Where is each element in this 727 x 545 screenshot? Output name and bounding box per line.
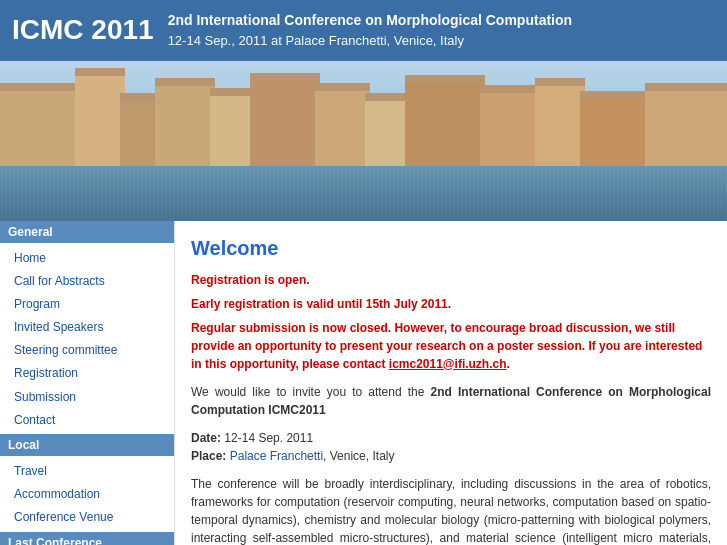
- date-place-block: Date: 12-14 Sep. 2011 Place: Palace Fran…: [191, 429, 711, 465]
- sidebar-item-registration[interactable]: Registration: [0, 362, 174, 385]
- sidebar-section-last-conference-header: Last Conference: [0, 532, 174, 545]
- sidebar-item-home[interactable]: Home: [0, 247, 174, 270]
- notice-registration-open: Registration is open.: [191, 271, 711, 289]
- sidebar-item-steering-committee[interactable]: Steering committee: [0, 339, 174, 362]
- sidebar-item-invited-speakers[interactable]: Invited Speakers: [0, 316, 174, 339]
- conference-main-title: 2nd International Conference on Morpholo…: [168, 10, 572, 31]
- hero-image: [0, 61, 727, 221]
- welcome-heading: Welcome: [191, 233, 711, 263]
- date-value-text: 12-14 Sep. 2011: [224, 431, 313, 445]
- sidebar-item-travel[interactable]: Travel: [0, 460, 174, 483]
- palace-franchetti-link[interactable]: Palace Franchetti: [230, 449, 323, 463]
- sidebar-section-local-header: Local: [0, 434, 174, 456]
- page-header: ICMC 2011 2nd International Conference o…: [0, 0, 727, 61]
- sidebar-item-accommodation[interactable]: Accommodation: [0, 483, 174, 506]
- sidebar-section-local: Local Travel Accommodation Conference Ve…: [0, 434, 174, 530]
- conference-description: The conference will be broadly interdisc…: [191, 475, 711, 546]
- conference-logo: ICMC 2011: [12, 14, 154, 46]
- sidebar-item-program[interactable]: Program: [0, 293, 174, 316]
- sidebar: General Home Call for Abstracts Program …: [0, 221, 175, 546]
- date-label: Date:: [191, 431, 221, 445]
- intro-paragraph: We would like to invite you to attend th…: [191, 383, 711, 419]
- main-content: Welcome Registration is open. Early regi…: [175, 221, 727, 546]
- notice-submission-closed: Regular submission is now closed. Howeve…: [191, 319, 711, 373]
- place-label: Place:: [191, 449, 226, 463]
- place-rest-text: , Venice, Italy: [323, 449, 394, 463]
- sidebar-item-conference-venue[interactable]: Conference Venue: [0, 506, 174, 529]
- conference-sub-title: 12-14 Sep., 2011 at Palace Franchetti, V…: [168, 31, 572, 51]
- sidebar-section-general: General Home Call for Abstracts Program …: [0, 221, 174, 433]
- sidebar-item-submission[interactable]: Submission: [0, 386, 174, 409]
- sidebar-item-contact[interactable]: Contact: [0, 409, 174, 432]
- notice-submission-text-2: .: [507, 357, 510, 371]
- sidebar-section-last-conference: Last Conference Proc. of ICMC2007 Old Ho…: [0, 532, 174, 545]
- sidebar-section-general-header: General: [0, 221, 174, 243]
- page-layout: General Home Call for Abstracts Program …: [0, 221, 727, 546]
- contact-email-link[interactable]: icmc2011@ifi.uzh.ch: [389, 357, 507, 371]
- sidebar-item-call-for-abstracts[interactable]: Call for Abstracts: [0, 270, 174, 293]
- intro-text-1: We would like to invite you to attend th…: [191, 385, 431, 399]
- conference-title-block: 2nd International Conference on Morpholo…: [168, 10, 572, 51]
- notice-early-registration: Early registration is valid until 15th J…: [191, 295, 711, 313]
